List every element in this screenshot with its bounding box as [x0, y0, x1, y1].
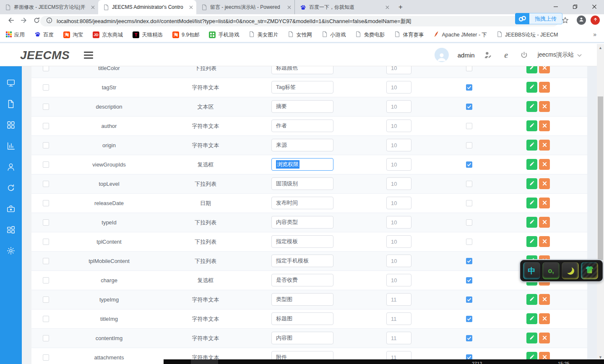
field-priority-input[interactable]: 11: [386, 312, 411, 325]
ime-chinese-mode-key[interactable]: 中: [523, 262, 541, 280]
delete-button[interactable]: [539, 313, 550, 324]
scroll-thumb[interactable]: [598, 96, 603, 260]
bookmark-item[interactable]: Apache JMeter - 下: [433, 31, 487, 39]
row-select-checkbox[interactable]: [43, 104, 49, 110]
field-label-input[interactable]: 内容类型: [271, 216, 333, 229]
drag-upload-widget[interactable]: 拖拽上传: [515, 13, 562, 24]
row-select-checkbox[interactable]: [43, 219, 49, 226]
sidebar-document-icon[interactable]: [6, 99, 16, 109]
row-select-checkbox[interactable]: [43, 258, 49, 264]
row-select-checkbox[interactable]: [43, 200, 49, 206]
field-priority-input[interactable]: 10: [386, 197, 411, 209]
bookmark-item[interactable]: 小游戏: [322, 31, 346, 39]
display-checkbox[interactable]: [466, 335, 472, 341]
tab-close-icon[interactable]: [287, 5, 291, 9]
sidebar-sync-icon[interactable]: [6, 183, 16, 192]
field-priority-input[interactable]: 11: [386, 293, 411, 306]
sidebar-apps-grid-icon[interactable]: [6, 120, 16, 130]
field-label-input[interactable]: 固顶级别: [271, 177, 333, 190]
bookmark-item[interactable]: 淘 淘宝: [63, 31, 83, 39]
scroll-up-button[interactable]: ▲: [597, 45, 604, 51]
row-select-checkbox[interactable]: [43, 296, 49, 303]
reload-button[interactable]: [32, 16, 41, 26]
drag-upload-button[interactable]: 拖拽上传: [529, 13, 562, 24]
field-priority-input[interactable]: 10: [386, 120, 411, 132]
display-checkbox[interactable]: [466, 123, 472, 129]
field-priority-input[interactable]: 10: [386, 177, 411, 190]
minimize-button[interactable]: [546, 0, 565, 14]
row-select-checkbox[interactable]: [43, 84, 49, 91]
edit-button[interactable]: [526, 313, 537, 324]
delete-button[interactable]: [539, 236, 550, 247]
field-priority-input[interactable]: 10: [386, 81, 411, 94]
field-label-input[interactable]: 内容图: [271, 332, 333, 344]
ime-skin-key[interactable]: [581, 262, 599, 280]
delete-button[interactable]: [539, 294, 550, 305]
user-avatar[interactable]: [435, 48, 449, 62]
display-checkbox[interactable]: [466, 239, 472, 245]
delete-button[interactable]: [539, 140, 550, 151]
display-checkbox[interactable]: [466, 84, 472, 91]
field-label-input[interactable]: Tag标签: [271, 81, 333, 94]
field-priority-input[interactable]: 10: [386, 100, 411, 113]
sidebar-layout-grid-icon[interactable]: [6, 225, 16, 234]
sidebar-toolbox-icon[interactable]: [6, 204, 16, 213]
scrollbar[interactable]: ▲ ▼: [597, 44, 604, 364]
sidebar-gear-icon[interactable]: [6, 246, 16, 255]
field-label-input[interactable]: 标题图: [271, 312, 333, 325]
display-checkbox[interactable]: [466, 142, 472, 148]
sidebar-chart-icon[interactable]: [6, 141, 16, 151]
forward-button[interactable]: [19, 16, 29, 26]
row-select-checkbox[interactable]: [43, 277, 49, 283]
field-priority-input[interactable]: 10: [386, 255, 411, 267]
field-label-input[interactable]: 作者: [271, 120, 333, 132]
site-selector[interactable]: jeecms演示站: [538, 51, 582, 59]
row-select-checkbox[interactable]: [43, 335, 49, 341]
bookmark-item[interactable]: 手机游戏: [209, 31, 239, 39]
sidebar-desktop-icon[interactable]: [6, 78, 16, 88]
display-checkbox[interactable]: [466, 316, 472, 322]
ime-night-mode-key[interactable]: [561, 262, 579, 280]
display-checkbox[interactable]: [466, 200, 472, 206]
field-label-input[interactable]: 类型图: [271, 293, 333, 306]
delete-button[interactable]: [539, 159, 550, 170]
field-priority-input[interactable]: 10: [386, 235, 411, 248]
bookmarks-overflow-button[interactable]: »: [593, 31, 596, 38]
power-icon[interactable]: [520, 50, 529, 60]
user-edit-icon[interactable]: [484, 50, 493, 60]
row-select-checkbox[interactable]: [43, 239, 49, 245]
new-tab-button[interactable]: +: [394, 1, 407, 13]
display-checkbox[interactable]: [466, 296, 472, 303]
delete-button[interactable]: [539, 101, 550, 112]
display-checkbox[interactable]: [466, 277, 472, 283]
close-button[interactable]: [585, 0, 604, 14]
profile-button[interactable]: [577, 16, 586, 25]
delete-button[interactable]: [539, 333, 550, 343]
bookmark-item[interactable]: 体育赛事: [394, 31, 424, 39]
display-checkbox[interactable]: [466, 104, 472, 110]
delete-button[interactable]: [539, 178, 550, 189]
row-select-checkbox[interactable]: [43, 142, 49, 148]
row-select-checkbox[interactable]: [43, 316, 49, 322]
field-label-input[interactable]: 发布时间: [271, 197, 333, 209]
extension-button[interactable]: [591, 16, 600, 25]
edit-button[interactable]: [526, 294, 537, 305]
display-checkbox[interactable]: [466, 258, 472, 264]
field-label-input[interactable]: 指定模板: [271, 235, 333, 248]
menu-toggle-button[interactable]: [84, 52, 93, 59]
bookmark-item[interactable]: JD 京东商城: [93, 31, 123, 39]
edit-button[interactable]: [526, 140, 537, 151]
edit-button[interactable]: [526, 198, 537, 208]
bookmark-item[interactable]: 淘 9.9包邮: [172, 31, 199, 39]
row-select-checkbox[interactable]: [43, 354, 49, 361]
edit-button[interactable]: [526, 120, 537, 131]
field-priority-input[interactable]: 10: [386, 139, 411, 151]
display-checkbox[interactable]: [466, 181, 472, 187]
edit-button[interactable]: [526, 178, 537, 189]
browser-tab[interactable]: 界面修改 - JEECMS官方论坛|开: [0, 0, 98, 14]
field-priority-input[interactable]: 10: [386, 274, 411, 286]
field-priority-input[interactable]: 11: [386, 332, 411, 344]
field-label-input[interactable]: 来源: [271, 139, 333, 151]
delete-button[interactable]: [539, 217, 550, 228]
bookmark-item[interactable]: 女性网: [288, 31, 312, 39]
